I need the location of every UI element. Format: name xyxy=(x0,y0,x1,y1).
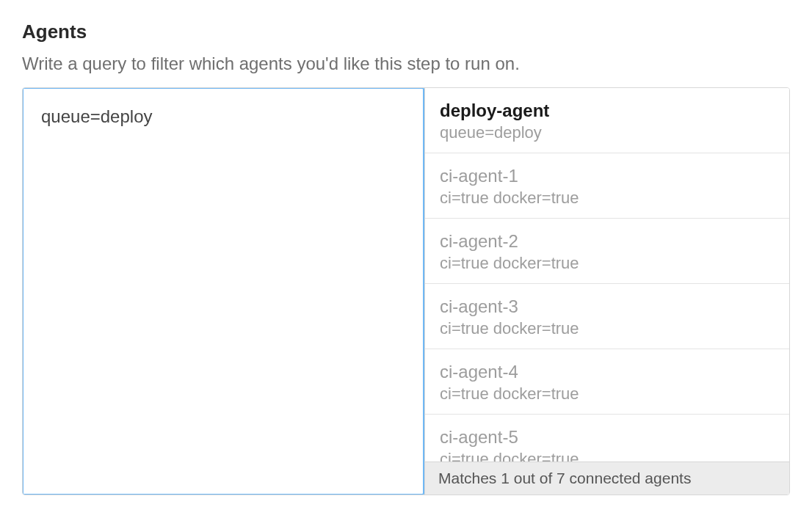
agent-list-item[interactable]: deploy-agentqueue=deploy xyxy=(425,88,789,153)
section-description: Write a query to filter which agents you… xyxy=(22,54,790,74)
agent-name: ci-agent-2 xyxy=(440,230,775,252)
agent-tags: ci=true docker=true xyxy=(440,319,775,338)
section-title: Agents xyxy=(22,21,790,43)
agents-scroll-area[interactable]: deploy-agentqueue=deployci-agent-1ci=tru… xyxy=(425,88,789,462)
agent-list-item[interactable]: ci-agent-3ci=true docker=true xyxy=(425,284,789,349)
agent-name: ci-agent-3 xyxy=(440,296,775,318)
agent-name: ci-agent-5 xyxy=(440,426,775,448)
agents-list-panel: deploy-agentqueue=deployci-agent-1ci=tru… xyxy=(424,88,789,495)
agent-tags: queue=deploy xyxy=(440,123,775,142)
agent-list-item[interactable]: ci-agent-5ci=true docker=true xyxy=(425,415,789,462)
agent-name: ci-agent-1 xyxy=(440,165,775,187)
agent-list-item[interactable]: ci-agent-2ci=true docker=true xyxy=(425,219,789,284)
match-count-footer: Matches 1 out of 7 connected agents xyxy=(425,462,789,495)
agent-tags: ci=true docker=true xyxy=(440,384,775,404)
agent-list-item[interactable]: ci-agent-4ci=true docker=true xyxy=(425,349,789,415)
agent-tags: ci=true docker=true xyxy=(440,254,775,273)
agent-tags: ci=true docker=true xyxy=(440,189,775,208)
agent-name: ci-agent-4 xyxy=(440,361,775,383)
agent-list-item[interactable]: ci-agent-1ci=true docker=true xyxy=(425,153,789,219)
agents-panel-container: deploy-agentqueue=deployci-agent-1ci=tru… xyxy=(22,87,790,495)
agent-query-input[interactable] xyxy=(22,87,424,495)
agent-tags: ci=true docker=true xyxy=(440,450,775,462)
agent-name: deploy-agent xyxy=(440,100,775,122)
